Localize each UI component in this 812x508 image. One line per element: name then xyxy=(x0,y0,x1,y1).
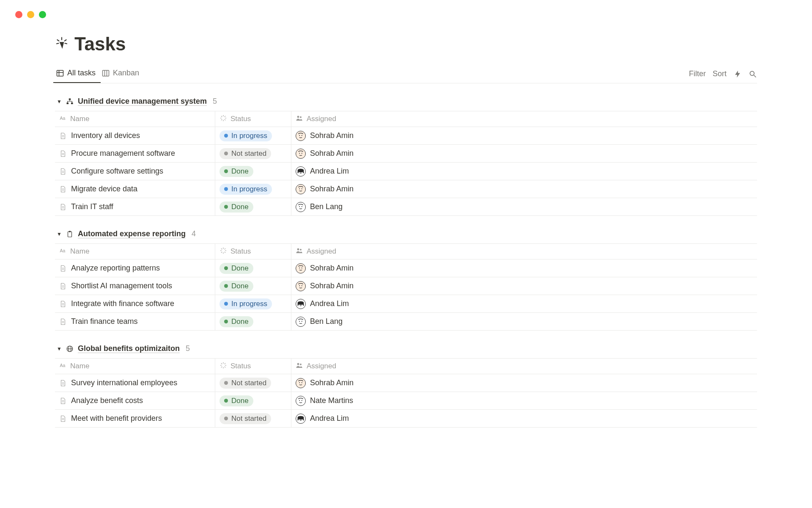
cell-status[interactable]: Done xyxy=(215,277,291,295)
page-icon xyxy=(59,203,67,211)
cell-status[interactable]: Done xyxy=(215,313,291,330)
column-header-name[interactable]: Name xyxy=(55,111,215,127)
column-header-name[interactable]: Name xyxy=(55,359,215,374)
group-name[interactable]: Unified device management system xyxy=(78,97,207,106)
status-property-icon xyxy=(219,247,227,257)
cell-status[interactable]: Not started xyxy=(215,374,291,392)
group-count: 4 xyxy=(192,229,196,238)
status-label: In progress xyxy=(231,185,267,193)
automations-button[interactable] xyxy=(733,70,742,78)
cell-assigned[interactable]: Andrea Lim xyxy=(291,163,757,180)
cell-assigned[interactable]: Andrea Lim xyxy=(291,410,757,427)
status-badge: In progress xyxy=(219,130,272,141)
cell-status[interactable]: Not started xyxy=(215,145,291,162)
people-property-icon xyxy=(296,114,303,124)
cell-assigned[interactable]: Sohrab Amin xyxy=(291,277,757,295)
avatar xyxy=(296,263,306,273)
status-badge: Done xyxy=(219,395,253,406)
avatar xyxy=(296,396,306,406)
group-collapse-toggle[interactable]: ▼ xyxy=(57,346,62,352)
group-collapse-toggle[interactable]: ▼ xyxy=(57,99,62,105)
cell-name[interactable]: Train finance teams xyxy=(55,313,215,330)
group-collapse-toggle[interactable]: ▼ xyxy=(57,231,62,237)
cell-name[interactable]: Inventory all devices xyxy=(55,127,215,144)
cell-status[interactable]: Done xyxy=(215,198,291,215)
cell-assigned[interactable]: Ben Lang xyxy=(291,313,757,330)
svg-line-3 xyxy=(65,40,66,41)
search-button[interactable] xyxy=(749,70,757,78)
avatar xyxy=(296,281,306,291)
column-header-name[interactable]: Name xyxy=(55,244,215,259)
table-row[interactable]: Procure management software Not started … xyxy=(55,145,757,163)
cell-name[interactable]: Meet with benefit providers xyxy=(55,410,215,427)
table-row[interactable]: Meet with benefit providers Not started … xyxy=(55,410,757,428)
people-property-icon xyxy=(296,247,303,257)
assignee-name: Sohrab Amin xyxy=(310,149,354,158)
task-title: Migrate device data xyxy=(71,185,137,193)
cell-name[interactable]: Shortlist AI management tools xyxy=(55,277,215,295)
status-dot-icon xyxy=(224,152,228,155)
people-property-icon xyxy=(296,362,303,371)
views-bar: All tasksKanban Filter Sort xyxy=(55,65,757,83)
cell-status[interactable]: In progress xyxy=(215,295,291,312)
cell-status[interactable]: Done xyxy=(215,392,291,409)
cell-name[interactable]: Train IT staff xyxy=(55,198,215,215)
cell-name[interactable]: Analyze reporting patterns xyxy=(55,260,215,277)
status-badge: Done xyxy=(219,281,253,292)
table-row[interactable]: Shortlist AI management tools Done Sohra… xyxy=(55,277,757,295)
column-header-assigned[interactable]: Assigned xyxy=(291,244,757,259)
cell-assigned[interactable]: Sohrab Amin xyxy=(291,260,757,277)
cell-status[interactable]: Not started xyxy=(215,410,291,427)
cell-assigned[interactable]: Sohrab Amin xyxy=(291,180,757,198)
cell-assigned[interactable]: Ben Lang xyxy=(291,198,757,215)
status-dot-icon xyxy=(224,381,228,385)
table-row[interactable]: Survey international employees Not start… xyxy=(55,374,757,392)
page-icon xyxy=(59,265,67,272)
column-header-assigned[interactable]: Assigned xyxy=(291,111,757,127)
cell-name[interactable]: Integrate with finance software xyxy=(55,295,215,312)
cell-status[interactable]: In progress xyxy=(215,127,291,144)
cell-status[interactable]: Done xyxy=(215,163,291,180)
column-header-assigned[interactable]: Assigned xyxy=(291,359,757,374)
task-title: Train IT staff xyxy=(71,202,113,211)
cell-status[interactable]: In progress xyxy=(215,180,291,198)
cell-name[interactable]: Configure software settings xyxy=(55,163,215,180)
cell-name[interactable]: Procure management software xyxy=(55,145,215,162)
cell-name[interactable]: Analyze benefit costs xyxy=(55,392,215,409)
cell-name[interactable]: Migrate device data xyxy=(55,180,215,198)
cell-status[interactable]: Done xyxy=(215,260,291,277)
column-header-status[interactable]: Status xyxy=(215,244,291,259)
table-row[interactable]: Analyze reporting patterns Done Sohrab A… xyxy=(55,260,757,277)
cell-assigned[interactable]: Sohrab Amin xyxy=(291,374,757,392)
table-row[interactable]: Analyze benefit costs Done Nate Martins xyxy=(55,392,757,410)
table-row[interactable]: Migrate device data In progress Sohrab A… xyxy=(55,180,757,198)
column-header-status[interactable]: Status xyxy=(215,359,291,374)
table-row[interactable]: Inventory all devices In progress Sohrab… xyxy=(55,127,757,145)
tab-kanban[interactable]: Kanban xyxy=(101,65,143,83)
status-label: Not started xyxy=(231,379,266,387)
column-header-status[interactable]: Status xyxy=(215,111,291,127)
table-row[interactable]: Train IT staff Done Ben Lang xyxy=(55,198,757,216)
cell-assigned[interactable]: Sohrab Amin xyxy=(291,145,757,162)
tab-all-tasks[interactable]: All tasks xyxy=(55,65,99,83)
filter-button[interactable]: Filter xyxy=(689,69,706,78)
text-property-icon xyxy=(59,247,67,257)
minimize-window-button[interactable] xyxy=(27,11,34,18)
avatar xyxy=(296,202,306,212)
page-title: Tasks xyxy=(74,33,126,55)
cell-assigned[interactable]: Sohrab Amin xyxy=(291,127,757,144)
maximize-window-button[interactable] xyxy=(39,11,46,18)
cell-assigned[interactable]: Nate Martins xyxy=(291,392,757,409)
table-row[interactable]: Integrate with finance software In progr… xyxy=(55,295,757,313)
cell-name[interactable]: Survey international employees xyxy=(55,374,215,392)
close-window-button[interactable] xyxy=(15,11,22,18)
group-name[interactable]: Global benefits optimizaiton xyxy=(78,344,180,353)
table-row[interactable]: Train finance teams Done Ben Lang xyxy=(55,313,757,331)
group: ▼ Global benefits optimizaiton 5 Name St… xyxy=(55,342,757,428)
status-badge: In progress xyxy=(219,184,272,195)
page-icon xyxy=(59,318,67,326)
group-name[interactable]: Automated expense reporting xyxy=(78,229,186,238)
table-row[interactable]: Configure software settings Done Andrea … xyxy=(55,163,757,180)
sort-button[interactable]: Sort xyxy=(713,69,727,78)
cell-assigned[interactable]: Andrea Lim xyxy=(291,295,757,312)
